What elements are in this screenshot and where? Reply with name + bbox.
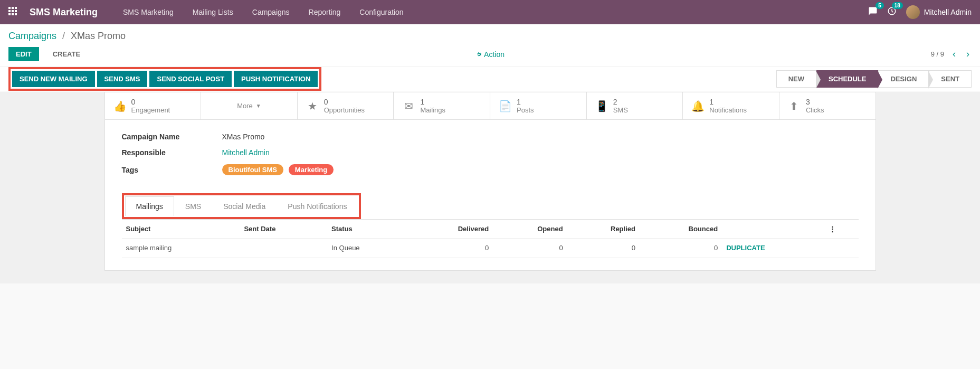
action-buttons-highlight: SEND NEW MAILING SEND SMS SEND SOCIAL PO…: [8, 67, 321, 91]
mailings-table: Subject Sent Date Status Delivered Opene…: [122, 220, 859, 258]
apps-icon[interactable]: [8, 7, 19, 17]
messages-icon[interactable]: 5: [868, 6, 878, 18]
stat-posts[interactable]: 📄 1Posts: [490, 92, 587, 119]
campaign-name-value: XMas Promo: [222, 133, 265, 141]
gear-icon: [475, 51, 482, 58]
nav-campaigns[interactable]: Campaigns: [243, 8, 299, 16]
app-title: SMS Marketing: [30, 7, 98, 18]
cell-sent-date: [240, 239, 327, 258]
avatar: [906, 5, 920, 19]
breadcrumb-sep: /: [62, 31, 65, 41]
col-bounced[interactable]: Bounced: [640, 220, 722, 239]
tab-sms[interactable]: SMS: [174, 196, 212, 216]
activities-icon[interactable]: 18: [887, 6, 897, 18]
col-options-icon[interactable]: ⋮: [825, 220, 858, 239]
responsible-label: Responsible: [122, 148, 222, 157]
cursor-icon: ⬆: [788, 100, 801, 112]
stat-sms[interactable]: 📱 2SMS: [587, 92, 683, 119]
tag-marketing[interactable]: Marketing: [289, 164, 334, 175]
statusbar: NEW SCHEDULE DESIGN SENT: [776, 70, 972, 88]
push-notification-button[interactable]: PUSH NOTIFICATION: [234, 71, 318, 87]
top-navbar: SMS Marketing SMS Marketing Mailing List…: [0, 0, 980, 24]
status-new[interactable]: NEW: [776, 70, 816, 88]
star-icon: ★: [306, 100, 319, 112]
cell-bounced: 0: [640, 239, 722, 258]
pager-text: 9 / 9: [931, 50, 944, 58]
stat-engagement[interactable]: 👍 0Engagement: [105, 92, 202, 119]
newspaper-icon: 📄: [499, 100, 511, 112]
cell-delivered: 0: [407, 239, 493, 258]
col-delivered[interactable]: Delivered: [407, 220, 493, 239]
messages-badge: 5: [876, 2, 884, 9]
tags-value: Bioutifoul SMS Marketing: [222, 164, 337, 175]
chevron-down-icon: ▼: [256, 103, 261, 109]
activities-badge: 18: [892, 2, 903, 9]
tab-social-media[interactable]: Social Media: [212, 196, 277, 216]
col-status[interactable]: Status: [327, 220, 407, 239]
create-button[interactable]: CREATE: [45, 47, 88, 61]
pager: 9 / 9 ‹ ›: [931, 49, 972, 60]
send-social-post-button[interactable]: SEND SOCIAL POST: [149, 71, 232, 87]
status-schedule[interactable]: SCHEDULE: [816, 70, 879, 88]
user-name: Mitchell Admin: [924, 8, 972, 16]
nav-configuration[interactable]: Configuration: [350, 8, 413, 16]
col-opened[interactable]: Opened: [493, 220, 567, 239]
cell-replied: 0: [567, 239, 640, 258]
mobile-icon: 📱: [595, 100, 608, 112]
breadcrumb-current: XMas Promo: [71, 31, 126, 41]
col-replied[interactable]: Replied: [567, 220, 640, 239]
nav-mailing-lists[interactable]: Mailing Lists: [183, 8, 243, 16]
send-sms-button[interactable]: SEND SMS: [97, 71, 148, 87]
stat-notifications[interactable]: 🔔 1Notifications: [683, 92, 779, 119]
bell-icon: 🔔: [691, 100, 704, 112]
col-sent-date[interactable]: Sent Date: [240, 220, 327, 239]
duplicate-button[interactable]: DUPLICATE: [726, 244, 765, 252]
action-dropdown[interactable]: Action: [475, 50, 505, 59]
stat-more[interactable]: More ▼: [201, 92, 298, 119]
control-panel: Campaigns / XMas Promo EDIT CREATE Actio…: [0, 24, 980, 67]
status-sent[interactable]: SENT: [929, 70, 972, 88]
pager-prev[interactable]: ‹: [950, 49, 958, 60]
breadcrumb-parent[interactable]: Campaigns: [8, 31, 56, 41]
col-action: [722, 220, 825, 239]
send-new-mailing-button[interactable]: SEND NEW MAILING: [12, 71, 95, 87]
status-design[interactable]: DESIGN: [878, 70, 929, 88]
tag-bioutifoul-sms[interactable]: Bioutifoul SMS: [222, 164, 283, 175]
nav-sms-marketing[interactable]: SMS Marketing: [113, 8, 183, 16]
pager-next[interactable]: ›: [964, 49, 972, 60]
table-row[interactable]: sample mailing In Queue 0 0 0 0 DUPLICAT…: [122, 239, 859, 258]
col-subject[interactable]: Subject: [122, 220, 240, 239]
envelope-icon: ✉: [402, 100, 415, 112]
tab-push-notifications[interactable]: Push Notifications: [277, 196, 358, 216]
user-menu[interactable]: Mitchell Admin: [906, 5, 972, 19]
stat-buttons: 👍 0Engagement More ▼ ★ 0Opportunities ✉ …: [105, 92, 876, 120]
campaign-name-label: Campaign Name: [122, 133, 222, 141]
statusbar-row: SEND NEW MAILING SEND SMS SEND SOCIAL PO…: [0, 67, 980, 91]
stat-opportunities[interactable]: ★ 0Opportunities: [298, 92, 394, 119]
nav-reporting[interactable]: Reporting: [299, 8, 350, 16]
stat-mailings[interactable]: ✉ 1Mailings: [394, 92, 490, 119]
cell-opened: 0: [493, 239, 567, 258]
thumbs-up-icon: 👍: [113, 100, 126, 112]
breadcrumb: Campaigns / XMas Promo: [8, 31, 972, 42]
edit-button[interactable]: EDIT: [8, 47, 39, 61]
form-sheet: 👍 0Engagement More ▼ ★ 0Opportunities ✉ …: [104, 92, 876, 271]
tabs-highlight: Mailings SMS Social Media Push Notificat…: [122, 193, 361, 219]
responsible-value[interactable]: Mitchell Admin: [222, 148, 270, 157]
tabs: Mailings SMS Social Media Push Notificat…: [125, 196, 358, 216]
cell-status: In Queue: [327, 239, 407, 258]
cell-subject: sample mailing: [122, 239, 240, 258]
stat-clicks[interactable]: ⬆ 3Clicks: [779, 92, 876, 119]
tags-label: Tags: [122, 166, 222, 174]
tab-mailings[interactable]: Mailings: [125, 196, 174, 216]
